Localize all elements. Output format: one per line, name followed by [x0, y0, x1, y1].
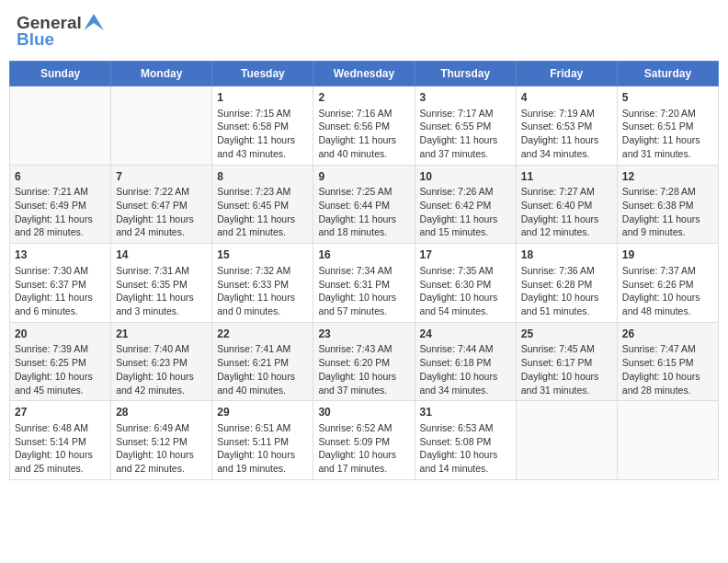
day-number: 16 — [318, 247, 409, 263]
day-number: 26 — [622, 327, 713, 342]
sunset-text: Sunset: 6:38 PM — [622, 200, 694, 211]
daylight-text: Daylight: 10 hours and 34 minutes. — [420, 371, 498, 396]
calendar-cell: 2Sunrise: 7:16 AMSunset: 6:56 PMDaylight… — [313, 86, 415, 166]
daylight-text: Daylight: 10 hours and 48 minutes. — [622, 292, 700, 316]
sunrise-text: Sunrise: 7:31 AM — [116, 265, 189, 276]
sunset-text: Sunset: 5:09 PM — [318, 436, 390, 447]
week-row-5: 27Sunrise: 6:48 AMSunset: 5:14 PMDayligh… — [10, 401, 719, 480]
sunset-text: Sunset: 6:26 PM — [622, 279, 694, 290]
day-number: 22 — [217, 327, 308, 342]
sunrise-text: Sunrise: 7:45 AM — [521, 343, 595, 354]
day-number: 23 — [318, 327, 409, 342]
calendar-cell: 19Sunrise: 7:37 AMSunset: 6:26 PMDayligh… — [617, 244, 718, 323]
calendar-cell: 9Sunrise: 7:25 AMSunset: 6:44 PMDaylight… — [313, 165, 415, 244]
day-number: 18 — [521, 247, 612, 263]
sunrise-text: Sunrise: 6:49 AM — [116, 422, 189, 433]
day-number: 5 — [622, 90, 713, 106]
daylight-text: Daylight: 10 hours and 54 minutes. — [420, 292, 498, 316]
calendar-cell: 1Sunrise: 7:15 AMSunset: 6:58 PMDaylight… — [212, 86, 313, 166]
calendar-cell — [617, 401, 718, 480]
daylight-text: Daylight: 11 hours and 21 minutes. — [217, 213, 295, 238]
daylight-text: Daylight: 10 hours and 22 minutes. — [116, 449, 194, 474]
daylight-text: Daylight: 10 hours and 19 minutes. — [217, 449, 295, 474]
daylight-text: Daylight: 11 hours and 6 minutes. — [15, 292, 93, 316]
daylight-text: Daylight: 10 hours and 25 minutes. — [15, 449, 93, 474]
sunrise-text: Sunrise: 7:23 AM — [217, 186, 290, 197]
sunset-text: Sunset: 5:12 PM — [116, 436, 188, 447]
day-number: 2 — [318, 90, 409, 106]
sunset-text: Sunset: 5:14 PM — [15, 436, 86, 447]
sunset-text: Sunset: 6:56 PM — [318, 121, 390, 132]
sunset-text: Sunset: 6:18 PM — [420, 357, 492, 368]
day-number: 27 — [15, 405, 106, 420]
daylight-text: Daylight: 10 hours and 51 minutes. — [521, 292, 599, 316]
calendar-cell: 26Sunrise: 7:47 AMSunset: 6:15 PMDayligh… — [617, 322, 718, 401]
sunrise-text: Sunrise: 7:41 AM — [217, 343, 290, 354]
day-number: 3 — [420, 90, 511, 106]
day-number: 29 — [217, 405, 308, 420]
daylight-text: Daylight: 10 hours and 40 minutes. — [217, 371, 295, 396]
day-number: 30 — [318, 405, 409, 420]
week-row-1: 1Sunrise: 7:15 AMSunset: 6:58 PMDaylight… — [10, 86, 719, 166]
sunset-text: Sunset: 6:31 PM — [318, 279, 390, 290]
daylight-text: Daylight: 11 hours and 34 minutes. — [521, 134, 599, 159]
sunset-text: Sunset: 6:21 PM — [217, 357, 289, 368]
calendar-cell: 13Sunrise: 7:30 AMSunset: 6:37 PMDayligh… — [10, 244, 111, 323]
day-number: 4 — [521, 90, 612, 106]
sunrise-text: Sunrise: 6:52 AM — [318, 422, 392, 433]
sunrise-text: Sunrise: 7:47 AM — [622, 343, 696, 354]
day-number: 21 — [116, 327, 207, 342]
calendar-cell: 6Sunrise: 7:21 AMSunset: 6:49 PMDaylight… — [10, 165, 111, 244]
calendar-cell: 5Sunrise: 7:20 AMSunset: 6:51 PMDaylight… — [617, 86, 718, 166]
sunset-text: Sunset: 6:28 PM — [521, 279, 593, 290]
daylight-text: Daylight: 10 hours and 37 minutes. — [318, 371, 396, 396]
calendar-cell: 18Sunrise: 7:36 AMSunset: 6:28 PMDayligh… — [516, 244, 617, 323]
daylight-text: Daylight: 10 hours and 17 minutes. — [318, 449, 396, 474]
day-header-tuesday: Tuesday — [212, 62, 313, 86]
calendar-cell: 29Sunrise: 6:51 AMSunset: 5:11 PMDayligh… — [212, 401, 313, 480]
sunset-text: Sunset: 6:45 PM — [217, 200, 289, 211]
sunset-text: Sunset: 6:37 PM — [15, 279, 86, 290]
calendar-cell: 22Sunrise: 7:41 AMSunset: 6:21 PMDayligh… — [212, 322, 313, 401]
day-headers-row: SundayMondayTuesdayWednesdayThursdayFrid… — [10, 62, 719, 86]
sunset-text: Sunset: 6:44 PM — [318, 200, 390, 211]
calendar-cell: 16Sunrise: 7:34 AMSunset: 6:31 PMDayligh… — [313, 244, 415, 323]
sunrise-text: Sunrise: 6:48 AM — [15, 422, 88, 433]
calendar-cell: 20Sunrise: 7:39 AMSunset: 6:25 PMDayligh… — [10, 322, 111, 401]
day-number: 25 — [521, 327, 612, 342]
sunrise-text: Sunrise: 7:43 AM — [318, 343, 392, 354]
sunset-text: Sunset: 6:40 PM — [521, 200, 593, 211]
calendar-table: SundayMondayTuesdayWednesdayThursdayFrid… — [9, 61, 719, 480]
day-number: 17 — [420, 247, 511, 263]
calendar-cell — [111, 86, 212, 166]
sunset-text: Sunset: 6:58 PM — [217, 121, 289, 132]
sunrise-text: Sunrise: 7:16 AM — [318, 108, 392, 119]
sunrise-text: Sunrise: 7:37 AM — [622, 265, 696, 276]
sunset-text: Sunset: 6:33 PM — [217, 279, 289, 290]
day-header-friday: Friday — [516, 62, 617, 86]
calendar-cell: 31Sunrise: 6:53 AMSunset: 5:08 PMDayligh… — [415, 401, 516, 480]
sunrise-text: Sunrise: 7:19 AM — [521, 108, 595, 119]
sunrise-text: Sunrise: 7:17 AM — [420, 108, 494, 119]
day-header-saturday: Saturday — [617, 62, 718, 86]
sunset-text: Sunset: 6:30 PM — [420, 279, 492, 290]
daylight-text: Daylight: 11 hours and 3 minutes. — [116, 292, 194, 316]
day-number: 20 — [15, 327, 106, 342]
calendar-cell: 23Sunrise: 7:43 AMSunset: 6:20 PMDayligh… — [313, 322, 415, 401]
sunrise-text: Sunrise: 7:35 AM — [420, 265, 494, 276]
sunrise-text: Sunrise: 7:15 AM — [217, 108, 290, 119]
daylight-text: Daylight: 11 hours and 0 minutes. — [217, 292, 295, 316]
day-number: 10 — [420, 169, 511, 185]
day-number: 7 — [116, 169, 207, 185]
daylight-text: Daylight: 11 hours and 28 minutes. — [15, 213, 93, 238]
sunset-text: Sunset: 6:20 PM — [318, 357, 390, 368]
sunrise-text: Sunrise: 7:32 AM — [217, 265, 290, 276]
week-row-2: 6Sunrise: 7:21 AMSunset: 6:49 PMDaylight… — [10, 165, 719, 244]
day-header-thursday: Thursday — [415, 62, 516, 86]
sunset-text: Sunset: 5:11 PM — [217, 436, 289, 447]
sunrise-text: Sunrise: 7:27 AM — [521, 186, 595, 197]
daylight-text: Daylight: 11 hours and 18 minutes. — [318, 213, 396, 238]
day-number: 19 — [622, 247, 713, 263]
calendar-cell: 3Sunrise: 7:17 AMSunset: 6:55 PMDaylight… — [415, 86, 516, 166]
daylight-text: Daylight: 10 hours and 57 minutes. — [318, 292, 396, 316]
